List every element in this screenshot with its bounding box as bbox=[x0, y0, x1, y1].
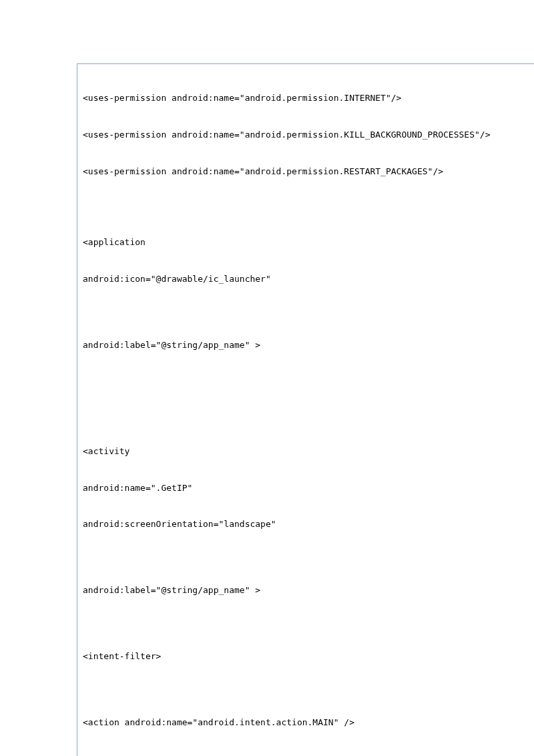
code-line: android:screenOrientation="landscape" bbox=[83, 518, 527, 530]
code-line: <application bbox=[83, 236, 527, 248]
code-line: <activity bbox=[83, 445, 527, 457]
code-line: android:name=".GetIP" bbox=[83, 482, 527, 494]
code-line: <uses-permission android:name="android.p… bbox=[83, 92, 527, 104]
code-line: <uses-permission android:name="android.p… bbox=[83, 166, 527, 178]
code-line: android:label="@string/app_name" > bbox=[83, 339, 527, 351]
code-line: <uses-permission android:name="android.p… bbox=[83, 129, 527, 141]
code-block-1: <uses-permission android:name="android.p… bbox=[77, 63, 534, 756]
code-line: <intent-filter> bbox=[83, 650, 527, 663]
code-line: android:label="@string/app_name" > bbox=[83, 584, 527, 596]
code-line: <action android:name="android.intent.act… bbox=[83, 717, 527, 729]
code-line: android:icon="@drawable/ic_launcher" bbox=[83, 273, 527, 285]
page-container: <uses-permission android:name="android.p… bbox=[0, 0, 534, 756]
